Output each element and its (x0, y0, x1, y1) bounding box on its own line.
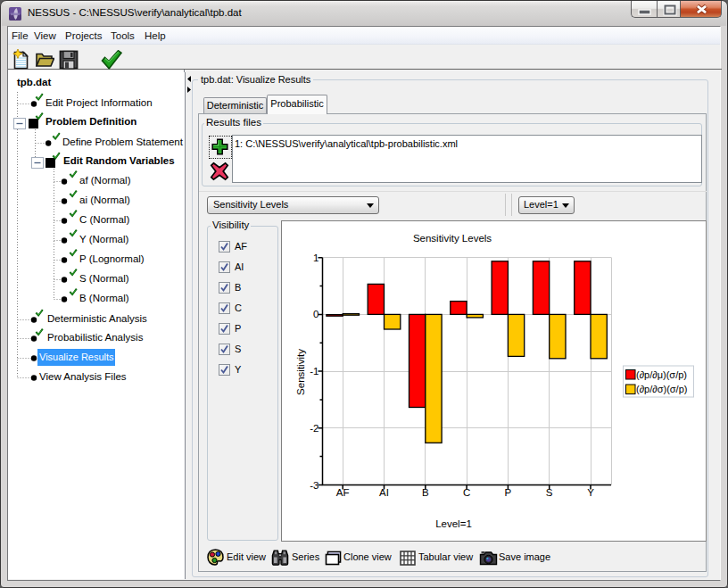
svg-text:B: B (422, 487, 429, 498)
svg-text:-2: -2 (310, 423, 318, 434)
svg-text:Sensitivity Levels: Sensitivity Levels (413, 233, 492, 244)
svg-text:-1: -1 (310, 366, 318, 377)
svg-text:(∂p/∂μ)(σ/p): (∂p/∂μ)(σ/p) (636, 369, 687, 380)
svg-text:P: P (505, 487, 512, 498)
svg-text:(∂p/∂σ)(σ/p): (∂p/∂σ)(σ/p) (636, 384, 687, 394)
svg-text:0: 0 (313, 309, 318, 319)
svg-text:C: C (463, 487, 470, 498)
svg-text:Sensitivity: Sensitivity (295, 349, 306, 395)
svg-text:AI: AI (379, 487, 389, 498)
svg-text:S: S (546, 487, 553, 498)
svg-text:Y: Y (587, 487, 594, 498)
svg-text:1: 1 (313, 253, 318, 263)
svg-text:-3: -3 (310, 480, 318, 491)
svg-text:AF: AF (336, 487, 350, 498)
svg-text:Level=1: Level=1 (435, 518, 472, 529)
